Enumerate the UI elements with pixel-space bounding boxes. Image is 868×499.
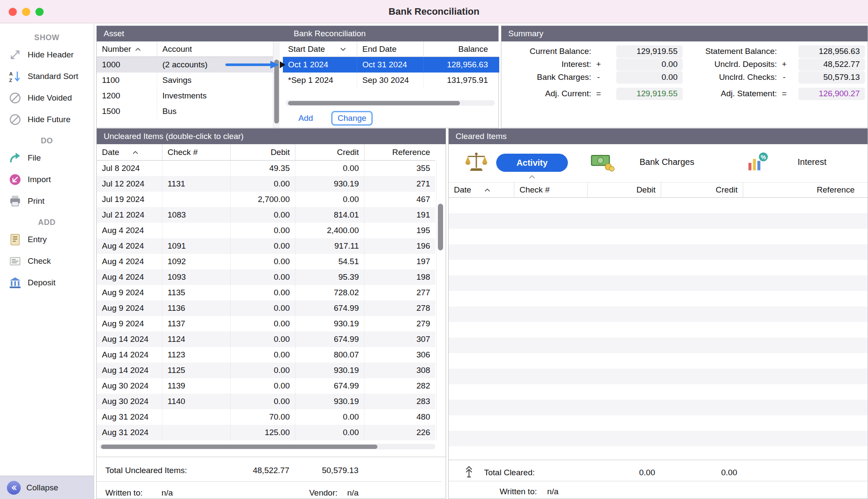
cleared-written-to-value: n/a (547, 487, 558, 496)
minimize-button[interactable] (22, 8, 30, 16)
uncleared-row[interactable]: Aug 31 2024 125.00 0.00 226 (97, 425, 435, 440)
add-button[interactable]: Add (298, 114, 313, 123)
uncleared-row[interactable]: Jul 8 2024 49.35 0.00 355 (97, 161, 435, 176)
sidebar-item-deposit[interactable]: Deposit (0, 272, 94, 294)
svg-text:A: A (9, 71, 13, 76)
uncleared-date-cell: Aug 30 2024 (97, 394, 162, 409)
uncleared-row[interactable]: Jul 21 2024 1083 0.00 814.01 191 (97, 207, 435, 223)
scrollbar-thumb[interactable] (101, 445, 377, 449)
uncleared-col-check[interactable]: Check # (162, 144, 231, 161)
sidebar-item-hide-future[interactable]: Hide Future (0, 109, 94, 130)
uncleared-row[interactable]: Aug 30 2024 1140 0.00 930.19 283 (97, 394, 435, 409)
collapse-button[interactable]: Collapse (0, 476, 94, 499)
uncleared-row[interactable]: Aug 14 2024 1125 0.00 930.19 308 (97, 363, 435, 378)
uncleared-col-date[interactable]: Date (97, 144, 162, 161)
change-button[interactable]: Change (331, 111, 373, 126)
cleared-header: Cleared Items (449, 129, 868, 144)
uncleared-reference-cell: 306 (364, 347, 435, 363)
uncleared-row[interactable]: Aug 14 2024 1123 0.00 800.07 306 (97, 347, 435, 363)
sidebar-item-import[interactable]: Import (0, 169, 94, 190)
sidebar-item-print[interactable]: Print (0, 190, 94, 212)
uncleared-date-cell: Aug 4 2024 (97, 238, 162, 254)
uncleared-row[interactable]: Aug 9 2024 1137 0.00 930.19 279 (97, 316, 435, 332)
adj-current-value: 129,919.55 (616, 88, 683, 100)
uncleared-credit-cell: 728.02 (295, 285, 364, 300)
uncleared-row[interactable]: Aug 4 2024 1091 0.00 917.11 196 (97, 238, 435, 254)
asset-col-number[interactable]: Number (97, 41, 157, 57)
tab-interest[interactable]: Interest (798, 157, 827, 167)
uncleared-row[interactable]: Aug 30 2024 1139 0.00 674.99 282 (97, 378, 435, 394)
sidebar-item-check[interactable]: Check (0, 250, 94, 272)
uncleared-date-cell: Jul 21 2024 (97, 207, 162, 223)
uncleared-row[interactable]: Aug 14 2024 1124 0.00 674.99 307 (97, 332, 435, 347)
uncleared-reference-cell: 278 (364, 300, 435, 316)
sidebar-item-standard-sort[interactable]: AZ Standard Sort (0, 66, 94, 87)
uncleared-col-reference[interactable]: Reference (364, 144, 435, 161)
uncleared-credit-cell: 0.00 (295, 192, 364, 207)
uncleared-row[interactable]: Jul 12 2024 1131 0.00 930.19 271 (97, 176, 435, 192)
sidebar: SHOW Hide Header AZ Standard Sort Hide V… (0, 24, 94, 499)
uncleared-col-credit[interactable]: Credit (295, 144, 364, 161)
bankrec-col-start-date[interactable]: Start Date (283, 41, 357, 57)
uncleared-horizontal-scrollbar[interactable] (99, 444, 435, 449)
uncleared-row[interactable]: Aug 4 2024 1093 0.00 95.39 198 (97, 269, 435, 285)
uncleared-vertical-scrollbar[interactable] (436, 161, 444, 440)
scrollbar-thumb[interactable] (438, 204, 443, 250)
cleared-total-debit: 0.00 (588, 468, 655, 477)
clear-all-icon (463, 465, 475, 478)
asset-row[interactable]: 1100 Savings (97, 73, 273, 88)
uncleared-row[interactable]: Jul 19 2024 2,700.00 0.00 467 (97, 192, 435, 207)
uncleared-written-to-label: Written to: (105, 488, 143, 498)
uncleared-check-cell: 1123 (162, 347, 231, 363)
asset-row[interactable]: 1500 Bus (97, 104, 273, 119)
sidebar-item-file[interactable]: File (0, 147, 94, 169)
uncleared-debit-cell: 0.00 (231, 300, 295, 316)
asset-vertical-scrollbar[interactable] (273, 41, 280, 128)
cleared-col-reference[interactable]: Reference (743, 183, 868, 197)
bankrec-col-end-date[interactable]: End Date (357, 41, 424, 57)
tab-activity[interactable]: Activity (496, 154, 568, 172)
sidebar-item-entry[interactable]: Entry (0, 229, 94, 250)
uncleared-rows: Jul 8 2024 49.35 0.00 355 Jul 12 2024 11… (97, 161, 435, 440)
sidebar-item-label: Check (28, 256, 51, 266)
bankrec-horizontal-scrollbar[interactable] (285, 100, 495, 106)
uncleared-col-debit[interactable]: Debit (231, 144, 295, 161)
zoom-button[interactable] (35, 8, 44, 16)
tab-bank-charges[interactable]: Bank Charges (640, 157, 694, 167)
bankrec-row[interactable]: Oct 1 2024 Oct 31 2024 128,956.63 (283, 57, 499, 73)
sidebar-item-label: Standard Sort (28, 72, 78, 81)
cleared-title: Cleared Items (449, 132, 507, 141)
sidebar-item-hide-header[interactable]: Hide Header (0, 44, 94, 66)
asset-row[interactable]: 1200 Investments (97, 88, 273, 104)
sidebar-item-label: Entry (28, 235, 47, 244)
close-button[interactable] (9, 8, 17, 16)
uncleared-row[interactable]: Aug 4 2024 0.00 2,400.00 195 (97, 223, 435, 238)
uncleared-vendor-value: n/a (347, 488, 358, 498)
uncleared-check-cell (162, 425, 231, 440)
uncleared-row[interactable]: Aug 9 2024 1136 0.00 674.99 278 (97, 300, 435, 316)
uncleared-row[interactable]: Aug 31 2024 70.00 0.00 480 (97, 409, 435, 425)
cleared-col-debit[interactable]: Debit (588, 183, 661, 197)
uncleared-check-cell: 1135 (162, 285, 231, 300)
sidebar-section-show: SHOW (0, 33, 94, 42)
uncleared-credit-cell: 930.19 (295, 363, 364, 378)
import-icon (9, 173, 22, 186)
cleared-panel: Cleared Items Activity Bank Charges (448, 128, 868, 499)
asset-col-account[interactable]: Account (157, 41, 273, 57)
uncleared-debit-cell: 0.00 (231, 347, 295, 363)
uncleared-row[interactable]: Aug 9 2024 1135 0.00 728.02 277 (97, 285, 435, 300)
check-doc-icon (9, 255, 22, 268)
adj-statement-value: 126,900.27 (798, 88, 865, 100)
bankrec-col-balance[interactable]: Balance (424, 41, 499, 57)
bankrec-row[interactable]: *Sep 1 2024 Sep 30 2024 131,975.91 (283, 73, 499, 88)
asset-row[interactable]: 1000 (2 accounts) (97, 57, 273, 73)
statement-balance-label: Statement Balance: (687, 47, 777, 56)
cleared-col-check[interactable]: Check # (514, 183, 588, 197)
uncleared-row[interactable]: Aug 4 2024 1092 0.00 54.51 197 (97, 254, 435, 269)
scrollbar-thumb[interactable] (274, 60, 279, 123)
cleared-col-credit[interactable]: Credit (661, 183, 743, 197)
cleared-col-date[interactable]: Date (449, 183, 514, 197)
sidebar-item-hide-voided[interactable]: Hide Voided (0, 87, 94, 109)
scrollbar-thumb[interactable] (288, 101, 460, 105)
slash-circle-icon (9, 113, 22, 126)
